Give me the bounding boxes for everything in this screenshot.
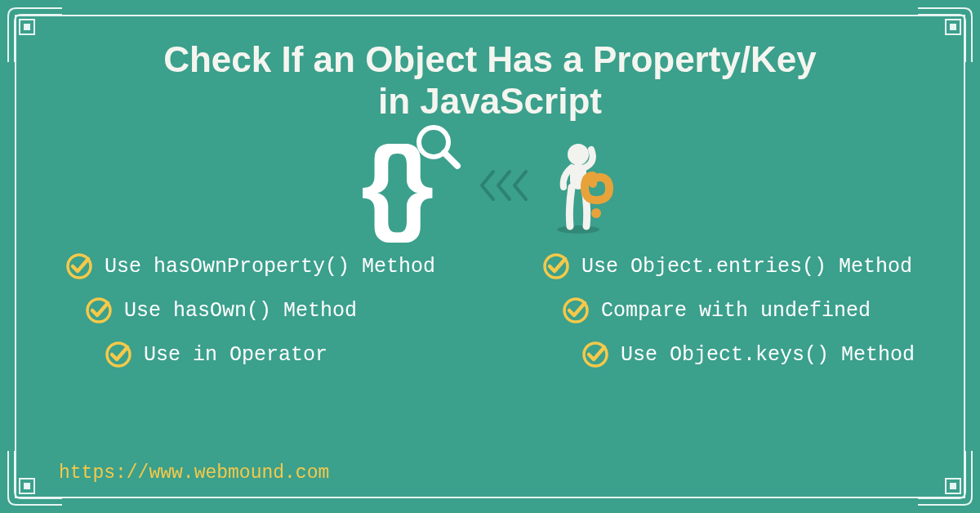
website-url: https://www.webmound.com [59,462,329,484]
list-item: Compare with undefined [562,297,871,324]
svg-rect-1 [24,25,29,29]
list-item-label: Use in Operator [144,343,327,367]
list-item-label: Use hasOwn() Method [124,299,357,323]
svg-rect-7 [951,484,956,488]
list-item-label: Use Object.keys() Method [621,343,915,367]
check-icon [562,297,590,324]
check-icon [85,297,113,324]
svg-rect-3 [951,25,956,29]
thinking-figure-icon [546,136,619,234]
title-line-2: in JavaScript [378,81,602,121]
check-icon [105,341,132,368]
magnifier-icon [413,122,462,171]
check-icon [581,341,609,368]
list-item-label: Use hasOwnProperty() Method [105,255,435,279]
list-item: Use hasOwnProperty() Method [65,252,435,280]
title-line-1: Check If an Object Has a Property/Key [163,39,817,79]
braces-icon: { } [361,136,467,234]
svg-point-13 [591,208,601,218]
svg-rect-5 [24,484,29,488]
list-item: Use Object.entries() Method [542,252,912,280]
methods-list: Use hasOwnProperty() Method Use hasOwn()… [41,252,939,368]
list-item: Use hasOwn() Method [85,297,435,324]
svg-point-10 [557,225,599,234]
svg-line-9 [444,153,457,166]
check-icon [65,252,93,280]
right-column: Use Object.entries() Method Compare with… [518,252,915,368]
svg-point-11 [568,144,589,165]
chevrons-icon [482,168,531,203]
hero-graphic: { } [361,136,619,234]
content-area: Check If an Object Has a Property/Key in… [41,33,939,480]
list-item-label: Use Object.entries() Method [581,255,912,279]
list-item: Use Object.keys() Method [581,341,915,368]
page-title: Check If an Object Has a Property/Key in… [163,39,817,122]
list-item-label: Compare with undefined [601,299,871,323]
list-item: Use in Operator [105,341,435,368]
left-column: Use hasOwnProperty() Method Use hasOwn()… [65,252,435,368]
check-icon [542,252,570,280]
